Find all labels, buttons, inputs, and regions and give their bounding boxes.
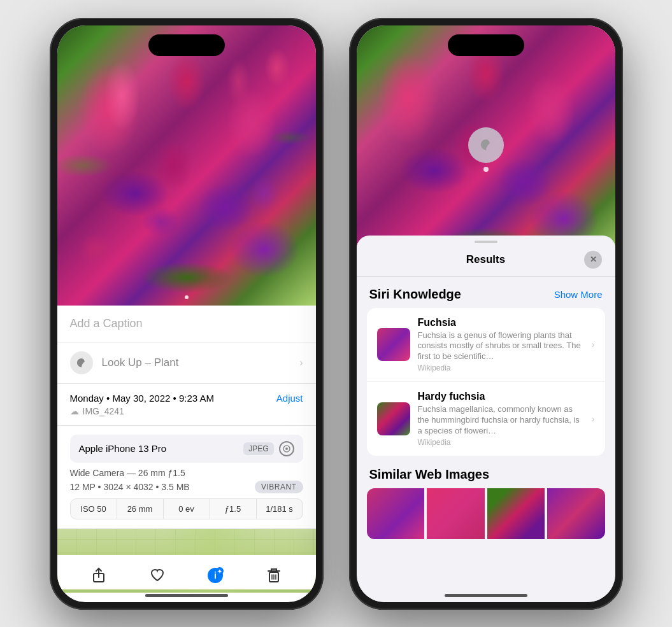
fuchsia-name: Fuchsia xyxy=(418,317,584,328)
phones-container: Add a Caption Look Up – Plant › xyxy=(37,5,636,623)
caption-placeholder[interactable]: Add a Caption xyxy=(70,317,143,330)
knowledge-card: Fuchsia Fuchsia is a genus of flowering … xyxy=(367,308,605,456)
vibrant-badge: VIBRANT xyxy=(255,481,303,493)
file-specs: 12 MP • 3024 × 4032 • 3.5 MB VIBRANT xyxy=(70,481,303,493)
phone-2-screen: Results ✕ Siri Knowledge Show More xyxy=(357,25,615,602)
results-header: Results ✕ xyxy=(357,243,615,277)
phone-1-screen: Add a Caption Look Up – Plant › xyxy=(57,25,316,602)
svg-point-1 xyxy=(285,447,288,450)
flower-photo[interactable] xyxy=(57,25,316,306)
results-content[interactable]: Siri Knowledge Show More Fuchsia Fuchsia… xyxy=(357,277,615,602)
siri-visual-lookup-button[interactable] xyxy=(468,127,504,163)
results-sheet: Results ✕ Siri Knowledge Show More xyxy=(357,236,615,602)
cloud-icon: ☁ xyxy=(70,406,79,416)
hardy-text: Hardy fuchsia Fuchsia magellanica, commo… xyxy=(418,391,584,447)
web-image-2[interactable] xyxy=(427,488,485,539)
device-section: Apple iPhone 13 Pro JPEG Wide Camera xyxy=(57,426,316,529)
meta-section: Monday • May 30, 2022 • 9:23 AM Adjust ☁… xyxy=(57,384,316,426)
leaf-icon xyxy=(75,356,88,369)
date-text: Monday • May 30, 2022 • 9:23 AM xyxy=(70,393,214,404)
lookup-prefix: Look Up – xyxy=(102,356,152,369)
flower-photo-2[interactable] xyxy=(357,25,615,267)
phone2-content: Results ✕ Siri Knowledge Show More xyxy=(357,25,615,602)
lookup-row[interactable]: Look Up – Plant › xyxy=(57,342,316,384)
exif-aperture: ƒ1.5 xyxy=(210,499,257,519)
phone1-content: Add a Caption Look Up – Plant › xyxy=(57,25,316,602)
similar-web-images-title: Similar Web Images xyxy=(367,461,605,488)
heart-icon xyxy=(149,567,166,584)
exif-shutter: 1/181 s xyxy=(257,499,303,519)
share-icon xyxy=(90,567,107,584)
fuchsia-desc: Fuchsia is a genus of flowering plants t… xyxy=(418,330,584,363)
web-image-1[interactable] xyxy=(367,488,425,539)
exif-focal: 26 mm xyxy=(117,499,164,519)
delete-button[interactable] xyxy=(260,561,288,589)
caption-area[interactable]: Add a Caption xyxy=(57,306,316,342)
camera-specs: Wide Camera — 26 mm ƒ1.5 xyxy=(70,468,303,478)
aperture-icon xyxy=(282,444,291,453)
siri-knowledge-header: Siri Knowledge Show More xyxy=(367,277,605,308)
trash-icon xyxy=(266,567,282,584)
fuchsia-source: Wikipedia xyxy=(418,363,584,372)
svg-text:✦: ✦ xyxy=(217,568,222,575)
info-icon: i ✦ xyxy=(206,566,225,585)
hardy-name: Hardy fuchsia xyxy=(418,391,584,402)
hardy-desc: Fuchsia magellanica, commonly known as t… xyxy=(418,404,584,437)
date-row: Monday • May 30, 2022 • 9:23 AM Adjust xyxy=(70,393,303,404)
home-indicator-1 xyxy=(145,594,228,597)
photo-indicator-dot xyxy=(185,295,189,299)
device-row: Apple iPhone 13 Pro JPEG xyxy=(70,435,303,463)
favorite-button[interactable] xyxy=(143,561,171,589)
knowledge-item-hardy[interactable]: Hardy fuchsia Fuchsia magellanica, commo… xyxy=(367,382,605,456)
exif-ev: 0 ev xyxy=(164,499,210,519)
siri-indicator-dot xyxy=(483,167,489,172)
info-button[interactable]: i ✦ xyxy=(201,561,229,589)
siri-leaf-icon xyxy=(478,137,494,153)
web-image-3[interactable] xyxy=(487,488,545,539)
show-more-button[interactable]: Show More xyxy=(554,289,603,300)
web-image-4[interactable] xyxy=(547,488,605,539)
fuchsia-chevron: › xyxy=(592,339,595,349)
close-button[interactable]: ✕ xyxy=(584,251,602,269)
exif-iso: ISO 50 xyxy=(71,499,117,519)
fuchsia-thumbnail xyxy=(377,328,410,361)
device-name: Apple iPhone 13 Pro xyxy=(79,443,167,454)
lookup-chevron: › xyxy=(299,357,303,369)
hardy-source: Wikipedia xyxy=(418,438,584,447)
filename-row: ☁ IMG_4241 xyxy=(70,406,303,416)
adjust-button[interactable]: Adjust xyxy=(276,393,303,404)
filename-text: IMG_4241 xyxy=(83,406,124,416)
results-title: Results xyxy=(466,253,505,266)
home-indicator-2 xyxy=(445,594,527,597)
dynamic-island-2 xyxy=(448,34,524,56)
lookup-label: Look Up – Plant xyxy=(102,356,179,369)
format-badge: JPEG xyxy=(243,442,273,455)
file-info: 12 MP • 3024 × 4032 • 3.5 MB xyxy=(70,482,190,492)
hardy-chevron: › xyxy=(592,414,595,424)
lens-icon xyxy=(279,441,294,456)
share-button[interactable] xyxy=(85,561,113,589)
phone-1: Add a Caption Look Up – Plant › xyxy=(50,18,324,610)
fuchsia-text: Fuchsia Fuchsia is a genus of flowering … xyxy=(418,317,584,373)
siri-knowledge-title: Siri Knowledge xyxy=(369,287,461,302)
hardy-thumbnail xyxy=(377,402,410,435)
dynamic-island xyxy=(148,34,225,56)
toolbar: i ✦ xyxy=(57,555,316,589)
device-badges: JPEG xyxy=(243,441,294,456)
lookup-icon xyxy=(70,351,93,374)
exif-row: ISO 50 26 mm 0 ev ƒ1.5 1/181 s xyxy=(70,498,303,519)
phone-2: Results ✕ Siri Knowledge Show More xyxy=(349,18,623,610)
similar-web-images-section: Similar Web Images xyxy=(367,461,605,539)
web-images-row xyxy=(367,488,605,539)
knowledge-item-fuchsia[interactable]: Fuchsia Fuchsia is a genus of flowering … xyxy=(367,308,605,383)
